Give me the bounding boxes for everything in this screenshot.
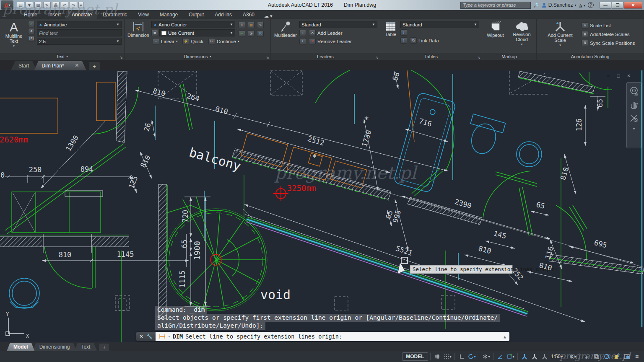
scale-list-button[interactable]: ⋔ Scale List: [580, 22, 636, 29]
application-menu-button[interactable]: A▾: [1, 0, 13, 10]
panel-dimensions-footer[interactable]: Dimensions▾ ↘: [125, 53, 270, 60]
quick-dimension-button[interactable]: ⚡ Quick: [181, 38, 204, 45]
panel-tables-footer[interactable]: Tables ↘: [380, 53, 482, 60]
open-file-icon[interactable]: ▼: [26, 2, 33, 8]
tab-a360[interactable]: A360: [237, 10, 260, 19]
multileader-button[interactable]: Multileader: [272, 20, 299, 52]
steering-wheel-icon[interactable]: 2D: [629, 87, 639, 96]
qat-customize-icon[interactable]: ▾: [78, 2, 83, 8]
find-text-input[interactable]: [37, 29, 122, 36]
model-space-button[interactable]: MODEL: [402, 352, 428, 361]
tab-output[interactable]: Output: [183, 10, 209, 19]
panel-markup-footer[interactable]: Markup: [482, 53, 536, 60]
tab-view[interactable]: View: [132, 10, 154, 19]
dim-layer-dropdown[interactable]: Use Current▼: [159, 29, 235, 36]
file-tab-start[interactable]: Start: [11, 61, 36, 70]
add-leader-button[interactable]: ↗• Add Leader: [308, 29, 343, 36]
layout-tab-text[interactable]: Text: [74, 343, 97, 351]
tab-annotate[interactable]: Annotate: [66, 10, 97, 19]
exchange-apps-icon[interactable]: ◮ ▾: [579, 3, 585, 8]
extract-data-icon[interactable]: ⭳: [400, 29, 407, 36]
tab-addins[interactable]: Add-ins: [209, 10, 237, 19]
dim-break-icon[interactable]: ⊣⊢: [239, 22, 245, 28]
grid-display-toggle[interactable]: [433, 352, 442, 361]
dimension-button[interactable]: Dimension: [125, 20, 151, 52]
text-style-dropdown[interactable]: ⯅ Annotative▼: [37, 21, 122, 28]
dim-inspect-icon[interactable]: ⊨: [239, 31, 245, 37]
command-customize-wrench-icon[interactable]: 🔧: [146, 334, 153, 339]
layout-tab-dimensioning[interactable]: Dimensioning: [33, 343, 77, 351]
annotation-visibility-toggle[interactable]: [520, 352, 529, 361]
viewport-window-controls[interactable]: – □ ×: [607, 73, 633, 79]
snap-mode-toggle[interactable]: ▾: [443, 352, 452, 361]
text-align-icon[interactable]: A: [28, 28, 35, 34]
command-history-toggle-icon[interactable]: ▲: [504, 334, 506, 339]
pan-hand-icon[interactable]: [629, 100, 639, 109]
remove-leader-button[interactable]: ↗ Remove Leader: [308, 38, 353, 45]
tables-panel-launcher-icon[interactable]: ↘: [477, 55, 480, 59]
object-snap-toggle[interactable]: ▾: [506, 352, 515, 361]
add-delete-scales-button[interactable]: ⋕ Add/Delete Scales: [580, 31, 636, 38]
tab-manage[interactable]: Manage: [154, 10, 183, 19]
help-search-input[interactable]: [460, 2, 531, 9]
new-tab-button[interactable]: +: [89, 62, 100, 70]
dimensions-panel-launcher-icon[interactable]: ↘: [266, 55, 269, 59]
sync-scale-positions-button[interactable]: ⇅ Sync Scale Positions: [580, 39, 636, 47]
annotation-monitor-button[interactable]: +: [582, 352, 591, 361]
tab-home[interactable]: Home: [18, 10, 43, 19]
isometric-drafting-toggle[interactable]: ▾: [481, 352, 491, 361]
text-panel-launcher-icon[interactable]: ↘: [119, 55, 123, 59]
text-frame-icon[interactable]: [A]: [28, 35, 35, 41]
annotation-scale-button[interactable]: 1:50▾: [550, 352, 564, 361]
search-binoculars-icon[interactable]: 🔎: [533, 3, 539, 8]
add-current-scale-button[interactable]: + Add Current Scale▾: [543, 20, 578, 52]
restore-button[interactable]: ❐: [612, 2, 623, 9]
close-button[interactable]: ✕: [624, 2, 642, 9]
multiline-text-button[interactable]: A Multiline Text▾: [1, 20, 27, 52]
command-close-icon[interactable]: ✕: [139, 334, 143, 339]
minimize-button[interactable]: —: [600, 2, 611, 9]
plot-icon[interactable]: 🖶: [52, 2, 60, 8]
new-file-icon[interactable]: ▤: [17, 2, 24, 8]
graphics-performance-button[interactable]: [602, 352, 611, 361]
signin-user[interactable]: D.Sanchez▾: [542, 2, 576, 8]
ribbon-options-cloud-icon[interactable]: ☁ ▾: [264, 13, 273, 19]
file-tab-dimplan[interactable]: Dim Plan*✕: [34, 61, 86, 70]
panel-annotation-scaling-footer[interactable]: Annotation Scaling: [537, 53, 644, 60]
clean-screen-button[interactable]: [622, 352, 631, 361]
upload-link-icon[interactable]: ⭱: [400, 37, 407, 44]
navigation-bar[interactable]: 2D ▾: [626, 82, 641, 148]
dim-adjust-space-icon[interactable]: ▥: [248, 22, 254, 28]
dim-layer-icon[interactable]: ≣: [151, 30, 158, 36]
object-snap-tracking-toggle[interactable]: [496, 352, 505, 361]
close-tab-icon[interactable]: ✕: [75, 63, 79, 70]
save-icon[interactable]: ▦: [34, 2, 42, 8]
table-button[interactable]: Table: [381, 20, 400, 52]
wipeout-button[interactable]: Wipeout: [485, 20, 506, 52]
multileader-style-dropdown[interactable]: Standard▼: [299, 21, 377, 28]
save-as-icon[interactable]: ✎: [43, 2, 51, 8]
annotation-scale-icon[interactable]: [540, 352, 549, 361]
link-data-button[interactable]: ⧉ Link Data: [409, 37, 440, 44]
dim-style-dropdown[interactable]: ⯅ Anno Courier▼: [151, 21, 235, 28]
layout-tab-model[interactable]: Model: [7, 343, 35, 351]
text-height-dropdown[interactable]: 2.5▼: [37, 38, 122, 45]
tab-insert[interactable]: Insert: [43, 10, 66, 19]
revision-cloud-button[interactable]: Revision Cloud▾: [510, 20, 534, 52]
panel-leaders-footer[interactable]: Leaders ↘: [271, 53, 380, 60]
collect-leaders-icon[interactable]: ⌁: [299, 30, 306, 36]
leaders-panel-launcher-icon[interactable]: ↘: [375, 55, 379, 59]
polar-tracking-toggle[interactable]: ▾: [467, 352, 477, 361]
navbar-more-icon[interactable]: ▾: [633, 127, 635, 131]
zoom-extents-icon[interactable]: [629, 114, 639, 123]
panel-text-footer[interactable]: Text▾ ↘: [0, 53, 124, 60]
command-options-caret-icon[interactable]: ▾: [168, 335, 170, 339]
command-input[interactable]: ▾ DIM Select line to specify extension l…: [156, 332, 509, 341]
dim-reassociate-icon[interactable]: ⇱: [257, 31, 264, 37]
new-layout-button[interactable]: +: [99, 344, 109, 351]
drawing-area[interactable]: Y X: [0, 70, 644, 342]
spell-check-icon[interactable]: ✓: [28, 21, 35, 27]
ortho-mode-toggle[interactable]: [457, 352, 466, 361]
dim-jog-line-icon[interactable]: ∿: [257, 22, 264, 28]
linear-dimension-button[interactable]: ↔ Linear▾: [151, 38, 179, 45]
